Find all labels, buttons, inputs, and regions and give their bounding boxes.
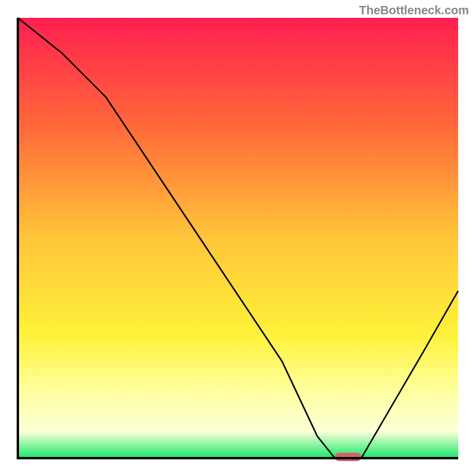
bottleneck-chart xyxy=(0,0,476,476)
gradient-background xyxy=(18,18,458,458)
watermark-text: TheBottleneck.com xyxy=(359,4,469,17)
chart-container: TheBottleneck.com xyxy=(0,0,476,476)
